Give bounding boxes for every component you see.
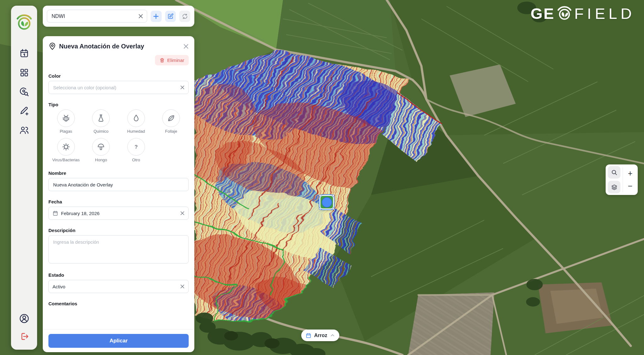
nombre-input[interactable] <box>53 182 185 188</box>
tipo-option-label: Otro <box>132 158 140 162</box>
account-icon <box>19 313 30 324</box>
estado-value: Activo <box>53 284 177 289</box>
panel-title: Nueva Anotación de Overlay <box>59 43 180 50</box>
controls-divider <box>623 168 623 192</box>
crop-chip-label: Arroz <box>314 333 327 338</box>
color-field[interactable] <box>48 81 189 94</box>
tipo-option-plagas[interactable]: Plagas <box>48 109 84 134</box>
marker-dot <box>322 197 332 208</box>
selection-handle[interactable] <box>319 195 321 197</box>
close-panel-icon[interactable] <box>183 44 189 49</box>
tipo-option-label: Plagas <box>60 129 72 134</box>
sidebar <box>11 6 37 350</box>
sidebar-item-calendar[interactable] <box>18 47 31 60</box>
search-box[interactable] <box>47 10 147 23</box>
nombre-label: Nombre <box>48 170 189 176</box>
tipo-option-follaje[interactable]: Follaje <box>154 109 189 134</box>
tipo-option-label: Hongo <box>95 158 107 162</box>
refresh-button[interactable] <box>179 11 190 22</box>
sidebar-item-users[interactable] <box>18 124 31 136</box>
calendar-icon <box>306 333 311 338</box>
leaf-icon <box>166 114 176 123</box>
search-input[interactable] <box>51 13 138 19</box>
estado-label: Estado <box>48 272 189 278</box>
clear-search-icon[interactable] <box>138 14 143 19</box>
sidebar-item-dashboard[interactable] <box>18 66 31 79</box>
sidebar-footer <box>18 312 31 343</box>
brand-logo-field: FIELD <box>574 5 635 22</box>
clear-color-icon[interactable] <box>180 85 185 90</box>
comentarios-label: Comentarios <box>48 301 189 306</box>
annotation-panel: Nueva Anotación de Overlay Eliminar Colo… <box>43 36 194 352</box>
delete-button[interactable]: Eliminar <box>155 55 189 65</box>
account-button[interactable] <box>18 312 31 325</box>
users-icon <box>19 125 29 135</box>
mushroom-icon <box>96 142 106 152</box>
selection-handle[interactable] <box>332 208 334 210</box>
map-pin-icon <box>48 42 56 50</box>
fecha-label: Fecha <box>48 199 189 204</box>
brand-leaf-icon <box>556 4 573 23</box>
add-overlay-button[interactable] <box>151 11 162 22</box>
layers-icon <box>611 184 618 191</box>
map-annotation-marker[interactable] <box>319 195 334 209</box>
zoom-out-button[interactable]: − <box>625 181 635 191</box>
question-icon: ? <box>131 142 141 152</box>
panel-body: Color Tipo Plagas Quimico <box>43 65 194 329</box>
tipo-option-otro[interactable]: ? Otro <box>119 138 154 162</box>
color-label: Color <box>48 73 189 79</box>
tipo-option-hongo[interactable]: Hongo <box>84 138 119 162</box>
svg-text:?: ? <box>135 144 138 150</box>
app-logo-icon[interactable] <box>15 12 33 33</box>
selection-handle[interactable] <box>319 208 321 210</box>
refresh-icon <box>182 13 188 19</box>
flask-icon <box>96 114 106 123</box>
clear-fecha-icon[interactable] <box>180 211 185 215</box>
map-controls: + − <box>606 164 638 195</box>
droplet-icon <box>131 114 141 123</box>
trash-icon <box>159 58 165 63</box>
tipo-option-label: Humedad <box>127 129 145 134</box>
logout-icon <box>19 331 29 341</box>
tipo-option-label: Follaje <box>165 129 177 134</box>
virus-icon <box>61 142 71 152</box>
calendar-icon <box>53 210 58 216</box>
map-layers-button[interactable] <box>608 181 620 193</box>
tipo-option-quimico[interactable]: Quimico <box>84 109 119 134</box>
descripcion-field[interactable] <box>48 235 189 263</box>
map-magnifier-button[interactable] <box>608 166 620 179</box>
fecha-field[interactable]: February 18, 2026 <box>48 207 189 220</box>
brand-logo: GE FIELD <box>530 4 635 23</box>
crop-filter-chip[interactable]: Arroz <box>301 330 339 341</box>
bug-icon <box>61 114 71 123</box>
sidebar-nav <box>18 47 31 136</box>
color-input[interactable] <box>53 85 177 91</box>
sidebar-item-map-search[interactable] <box>18 86 31 98</box>
tipo-option-humedad[interactable]: Humedad <box>119 109 154 134</box>
tipo-option-label: Virus/Bacterias <box>52 158 80 162</box>
logout-button[interactable] <box>18 330 31 343</box>
sidebar-item-annotate[interactable] <box>18 105 31 117</box>
descripcion-textarea[interactable] <box>53 239 185 260</box>
tipo-option-virus[interactable]: Virus/Bacterias <box>48 138 84 162</box>
edit-icon <box>167 13 174 19</box>
selection-handle[interactable] <box>332 195 334 197</box>
calendar-icon <box>19 48 29 58</box>
clear-estado-icon[interactable] <box>180 284 185 289</box>
plus-icon <box>153 13 159 19</box>
fecha-value: February 18, 2026 <box>61 211 177 216</box>
app-window: GE FIELD <box>0 0 644 355</box>
overlay-search-card <box>43 6 194 27</box>
descripcion-label: Descripción <box>48 228 189 233</box>
tipo-option-label: Quimico <box>93 129 108 134</box>
estado-field[interactable]: Activo <box>48 280 189 293</box>
zoom-in-button[interactable]: + <box>625 169 635 179</box>
delete-button-label: Eliminar <box>167 58 184 63</box>
brand-logo-ge: GE <box>530 5 555 22</box>
edit-overlay-button[interactable] <box>165 11 176 22</box>
nombre-field[interactable] <box>48 178 189 191</box>
tipo-options: Plagas Quimico Humedad Follaje <box>48 109 189 167</box>
chevron-up-icon <box>330 333 335 338</box>
apply-button[interactable]: Aplicar <box>48 334 189 348</box>
grid-icon <box>19 68 29 78</box>
